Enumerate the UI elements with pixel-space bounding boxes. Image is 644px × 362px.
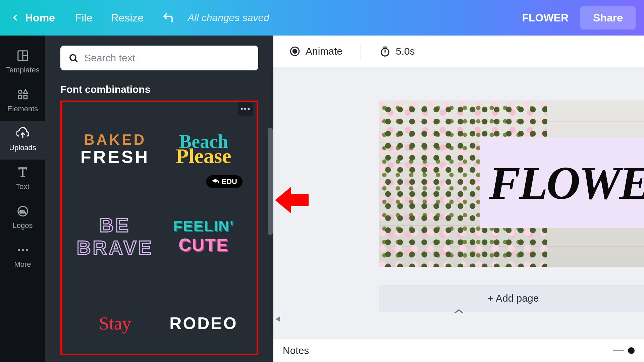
svg-marker-4	[23, 90, 28, 94]
font-combo-text: BRAVE	[77, 236, 154, 259]
search-input[interactable]	[84, 52, 250, 64]
font-combo-text: BE	[77, 214, 154, 236]
topbar: Home File Resize All changes saved FLOWE…	[0, 0, 644, 36]
rail-label: Text	[16, 182, 29, 191]
animate-label: Animate	[306, 46, 342, 57]
back-button[interactable]	[8, 13, 22, 22]
toolbar-divider	[361, 43, 361, 60]
font-combo-text: BAKED	[80, 131, 150, 148]
canvas-stage[interactable]: FLOWER + Add page	[273, 67, 644, 339]
undo-button[interactable]	[162, 12, 174, 24]
duration-button[interactable]: 5.0s	[373, 43, 421, 60]
svg-line-16	[75, 60, 77, 61]
add-page-button[interactable]: + Add page	[379, 285, 644, 312]
section-title: Font combinations	[60, 84, 258, 95]
animate-button[interactable]: Animate	[283, 43, 348, 60]
expand-pages-handle[interactable]	[453, 308, 465, 314]
text-element[interactable]: FLOWER	[480, 137, 644, 228]
svg-point-13	[21, 249, 23, 251]
document-title[interactable]: FLOWER	[522, 12, 569, 24]
notes-button[interactable]: Notes	[283, 345, 309, 356]
share-button[interactable]: Share	[580, 6, 636, 29]
rail-label: More	[14, 260, 31, 269]
file-menu[interactable]: File	[75, 12, 93, 24]
font-combo-card[interactable]: BAKED FRESH	[74, 112, 156, 186]
font-combo-text: Stay	[99, 313, 131, 334]
svg-rect-6	[24, 96, 27, 99]
canvas-page[interactable]: FLOWER	[379, 101, 644, 267]
text-panel: Font combinations ••• BAKED FRESH Beach …	[45, 36, 273, 362]
font-combo-card[interactable]: FEELIN' CUTE	[163, 199, 245, 273]
timer-icon	[379, 46, 391, 57]
rail-label: Uploads	[9, 143, 36, 152]
font-combo-text: CUTE	[173, 235, 234, 255]
resize-menu[interactable]: Resize	[111, 12, 144, 24]
animate-icon	[289, 46, 301, 57]
font-combo-text: Please	[176, 144, 231, 168]
font-combo-text: FRESH	[80, 147, 150, 167]
home-link[interactable]: Home	[25, 12, 55, 24]
text-icon	[16, 166, 29, 179]
zoom-knob[interactable]	[628, 347, 635, 354]
font-combo-card[interactable]: Beach Please EDU	[163, 112, 245, 186]
hscroll-left[interactable]	[275, 316, 280, 322]
zoom-slider[interactable]	[613, 347, 635, 354]
graduation-cap-icon	[212, 178, 219, 185]
text-content: FLOWER	[489, 156, 644, 210]
panel-scrollbar[interactable]	[268, 128, 273, 235]
triangle-left-icon	[275, 316, 280, 322]
svg-text:co.: co.	[19, 209, 26, 214]
duration-label: 5.0s	[396, 46, 415, 57]
elements-icon	[16, 88, 29, 101]
rail-label: Logos	[13, 221, 33, 230]
undo-icon	[162, 12, 174, 24]
svg-point-18	[293, 49, 297, 53]
chevron-up-icon	[453, 308, 465, 314]
svg-point-12	[17, 249, 19, 251]
font-combo-card[interactable]: BE BRAVE	[74, 199, 156, 273]
search-box[interactable]	[60, 46, 258, 70]
side-rail: Templates Elements Uploads Text co. Logo…	[0, 36, 45, 362]
font-combo-card[interactable]: RODEO	[163, 287, 245, 355]
font-combo-card[interactable]: Stay	[74, 287, 156, 355]
svg-point-14	[25, 249, 28, 251]
zoom-track	[613, 350, 624, 351]
rail-item-elements[interactable]: Elements	[0, 82, 45, 121]
bottom-bar: Notes	[273, 339, 644, 362]
search-icon	[68, 53, 78, 63]
rail-item-templates[interactable]: Templates	[0, 43, 45, 82]
svg-point-3	[18, 90, 22, 94]
annotation-arrow	[275, 187, 309, 214]
editor-area: Animate 5.0s FLOWER + Add page	[273, 36, 644, 362]
font-combinations-grid: ••• BAKED FRESH Beach Please EDU	[60, 101, 258, 355]
save-status: All changes saved	[187, 12, 269, 23]
font-combo-text: FEELIN'	[173, 218, 234, 235]
logos-icon: co.	[16, 205, 29, 218]
font-combo-text: RODEO	[169, 314, 237, 333]
rail-item-logos[interactable]: co. Logos	[0, 198, 45, 237]
templates-icon	[16, 49, 29, 62]
rail-item-text[interactable]: Text	[0, 160, 45, 198]
uploads-icon	[16, 127, 29, 140]
more-icon	[16, 248, 29, 252]
chevron-left-icon	[10, 13, 20, 22]
rail-item-more[interactable]: More	[0, 237, 45, 276]
svg-marker-22	[275, 316, 280, 322]
editor-toolbar: Animate 5.0s	[273, 36, 644, 67]
svg-rect-5	[18, 96, 22, 99]
rail-label: Templates	[6, 66, 39, 74]
edu-badge: EDU	[206, 175, 243, 188]
rail-label: Elements	[7, 105, 38, 113]
rail-item-uploads[interactable]: Uploads	[0, 121, 45, 160]
